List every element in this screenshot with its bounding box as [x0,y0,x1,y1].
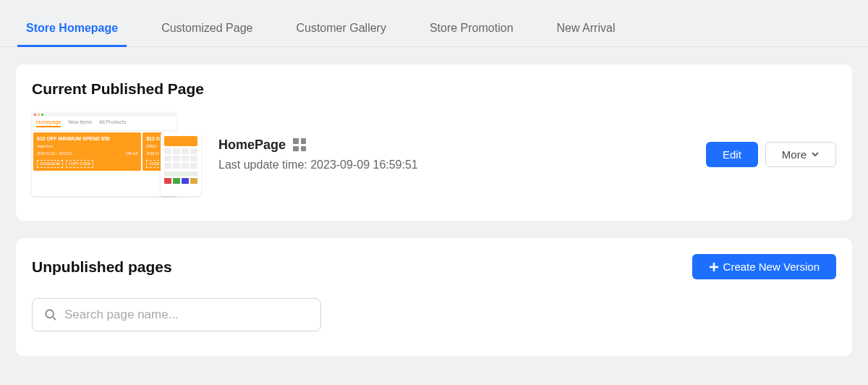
search-input[interactable] [64,308,309,322]
create-new-version-label: Create New Version [723,261,820,273]
tab-customer-gallery[interactable]: Customer Gallery [287,14,394,46]
published-card: Current Published Page Homepage New item… [16,64,852,221]
unpublished-card: Unpublished pages Create New Version [16,238,852,356]
search-icon [44,308,57,321]
tab-store-homepage[interactable]: Store Homepage [17,14,127,46]
page-thumbnail: Homepage New items All Products $12 OFF … [32,112,204,196]
published-actions: Edit More [706,142,836,167]
tab-store-promotion[interactable]: Store Promotion [421,14,522,46]
more-button[interactable]: More [765,142,836,167]
thumbnail-desktop: Homepage New items All Products $12 OFF … [32,112,176,196]
search-box[interactable] [32,298,321,331]
tab-new-arrival[interactable]: New Arrival [548,14,624,46]
unpublished-section-title: Unpublished pages [32,258,172,276]
last-update-time: Last update time: 2023-09-09 16:59:51 [218,158,692,172]
more-button-label: More [782,148,807,161]
svg-line-3 [53,317,56,320]
thumbnail-mobile [161,132,201,196]
main-tabs: Store Homepage Customized Page Customer … [0,0,868,47]
edit-button[interactable]: Edit [706,142,758,167]
plus-icon [709,262,719,272]
grid-icon [293,138,306,151]
page-name: HomePage [218,138,286,153]
chevron-down-icon [811,150,820,158]
page-meta: HomePage Last update time: 2023-09-09 16… [218,138,692,172]
tab-customized-page[interactable]: Customized Page [153,14,261,46]
published-section-title: Current Published Page [32,80,836,98]
svg-point-2 [46,310,54,318]
create-new-version-button[interactable]: Create New Version [692,254,836,279]
